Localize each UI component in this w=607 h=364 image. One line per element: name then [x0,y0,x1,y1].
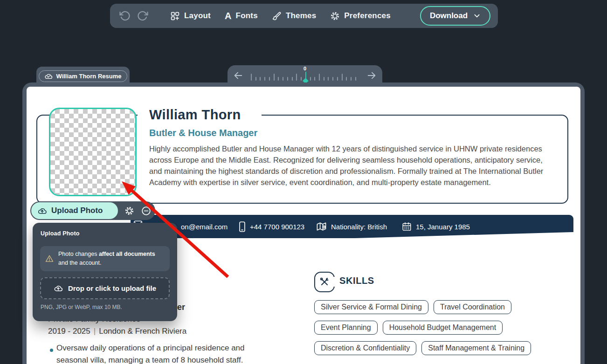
fonts-button[interactable]: A Fonts [225,11,258,21]
preferences-button[interactable]: Preferences [330,11,391,21]
contact-nationality: Nationality: British [316,215,387,238]
contact-phone: +44 7700 900123 [239,215,304,238]
contact-birthdate-text: 15, January 1985 [416,223,470,231]
ruler-ticks[interactable] [251,72,356,81]
themes-label: Themes [286,11,316,21]
experience-separator: | [94,327,96,336]
contact-birthdate: 15, January 1985 [402,215,470,238]
ruler-tick [296,74,297,81]
ruler-tick [255,77,256,81]
document-tab-label: William Thorn Resume [56,73,121,80]
resume-name[interactable]: William Thorn [149,107,241,123]
ruler-tick [310,77,311,81]
ruler-tick [301,77,302,81]
skills-row: Discretion & Confidentiality Staff Manag… [314,341,531,355]
resume-summary[interactable]: Highly accomplished Butler and House Man… [149,143,545,188]
photo-settings-gear-icon[interactable] [124,206,134,216]
skill-pill[interactable]: Silver Service & Formal Dining [314,300,428,314]
slider-value: 0 [299,66,310,71]
dropzone-label: Drop or click to upload file [68,284,156,292]
ruler-tick [332,77,333,81]
map-pin-icon [316,221,327,232]
ruler-tick [328,77,329,81]
ruler-tick [337,77,338,81]
ruler-tick [269,77,270,81]
ruler-tick [264,77,265,81]
skill-pill[interactable]: Household Budget Management [383,321,503,335]
ruler-tick [324,77,324,81]
profile-photo-placeholder[interactable] [49,108,137,196]
warning-triangle-icon [45,254,54,263]
experience-dates: 2019 - 2025 [48,327,90,336]
ruler-tick [274,74,275,81]
skills-row: Silver Service & Formal Dining Travel Co… [314,300,531,314]
dropzone-button[interactable]: Drop or click to upload file [40,277,170,299]
skills-heading[interactable]: SKILLS [339,275,374,286]
ruler-tick [283,77,283,81]
crossed-tools-icon [319,276,330,288]
ruler-tick [314,77,315,81]
ruler-tick [346,77,347,81]
skill-pill[interactable]: Event Planning [314,321,378,335]
ruler-tick [292,77,293,81]
cloud-synced-icon [44,73,53,80]
ruler-tick [260,77,261,81]
fonts-label: Fonts [236,11,258,21]
preferences-label: Preferences [344,11,391,21]
phone-icon [239,221,246,232]
download-label: Download [430,11,468,21]
skill-pill[interactable]: Travel Coordination [434,300,511,314]
bullet-point-dot [50,349,53,352]
upload-photo-popup: Upload Photo Photo changes affect all do… [33,223,177,321]
editor-toolbar: Layout A Fonts Themes Preferences Downlo… [110,4,498,28]
slider-marker[interactable] [305,72,306,81]
layout-label: Layout [184,11,211,21]
skills-row: Event Planning Household Budget Manageme… [314,321,531,335]
ruler-tick [342,74,343,81]
gear-icon [330,11,340,21]
cloud-upload-icon [37,207,47,215]
layout-icon [170,11,180,21]
cloud-upload-icon [54,284,63,292]
history-controls [119,10,148,21]
upload-photo-label: Upload Photo [51,206,103,215]
experience-bullet[interactable]: Oversaw daily operations of a principal … [56,342,273,364]
themes-button[interactable]: Themes [272,11,316,21]
popup-title: Upload Photo [41,230,80,237]
ruler-tick [278,77,279,81]
skills-icon-notch [332,277,336,287]
ruler-tick [319,74,320,81]
skills-section-icon-box [314,272,335,292]
photo-toolbar: Upload Photo [30,201,155,220]
ruler-tick [251,74,252,81]
experience-title-fragment[interactable]: er [177,302,185,312]
layout-button[interactable]: Layout [170,11,211,21]
arrow-left-icon[interactable] [233,70,243,81]
resume-job-title[interactable]: Butler & House Manager [149,128,257,138]
skill-pill[interactable]: Staff Management & Training [421,341,531,355]
arrow-right-icon[interactable] [366,70,377,81]
redo-icon[interactable] [137,10,148,21]
contact-email-text: on@email.com [181,223,228,231]
paintbrush-icon [272,11,282,21]
resume-builder-app: Layout A Fonts Themes Preferences Downlo… [0,0,607,364]
ruler-tick [355,77,356,81]
experience-dates-line[interactable]: 2019 - 2025|London & French Riviera [48,327,186,336]
calendar-icon [402,222,412,232]
fonts-icon: A [225,11,232,21]
popup-warning: Photo changes affect all documents and t… [40,246,170,271]
popup-warning-text: Photo changes affect all documents and t… [58,250,165,268]
experience-location: London & French Riviera [99,327,186,336]
remove-photo-icon[interactable] [141,206,152,216]
skill-pill[interactable]: Discretion & Confidentiality [314,341,416,355]
download-button[interactable]: Download [420,6,490,26]
undo-icon[interactable] [119,10,131,21]
upload-photo-button[interactable]: Upload Photo [31,202,118,219]
document-tab-pill[interactable]: William Thorn Resume [39,70,127,82]
skills-list: Silver Service & Formal Dining Travel Co… [314,300,531,355]
contact-nationality-text: Nationality: British [331,223,387,231]
chevron-down-icon [473,12,481,20]
contact-phone-text: +44 7700 900123 [250,223,304,231]
contact-email: on@email.com [181,215,228,238]
ruler-tick [351,77,352,81]
